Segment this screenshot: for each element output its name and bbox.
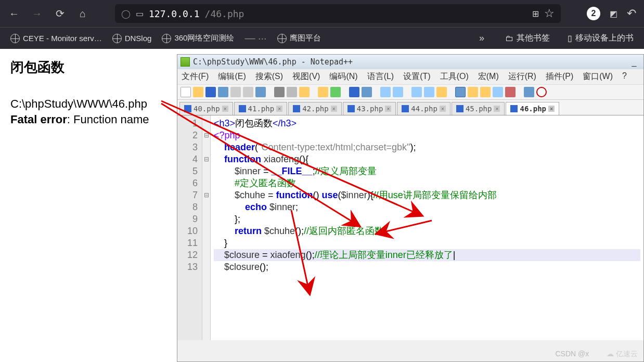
paste-icon[interactable] [299,87,310,97]
forward-button[interactable]: → [31,7,43,20]
menu-item[interactable]: 设置(T) [403,71,430,82]
code-line[interactable]: $closure(); [214,261,640,273]
wrap-icon[interactable] [436,87,447,97]
code-line[interactable]: <?php [214,130,640,141]
func-list-icon[interactable] [468,87,478,97]
editor-tab[interactable]: 46.php× [506,102,559,115]
watermark: CSDN @x ☁ 亿速云 [555,350,638,359]
print-icon[interactable] [255,87,266,97]
minimize-button[interactable]: _ [628,57,640,67]
overflow-chevron-icon[interactable]: » [479,33,484,44]
monitor-icon[interactable] [505,87,516,97]
back-button[interactable]: ← [8,7,20,20]
code-line[interactable]: return $chuhe();//返回内部匿名函数 [214,225,640,237]
code-line[interactable]: #定义匿名函数 [214,177,640,189]
editor-tab[interactable]: 45.php× [452,102,505,115]
globe-icon [10,34,20,43]
bookmark-star-icon[interactable]: ☆ [544,7,555,20]
sync-v-icon[interactable] [411,87,422,97]
find-icon[interactable] [349,87,359,97]
copy-icon[interactable] [287,87,297,97]
undo-icon[interactable] [318,87,328,97]
menu-item[interactable]: 运行(R) [508,71,536,82]
replace-icon[interactable] [362,87,372,97]
bookmark-ceye[interactable]: CEYE - Monitor serv… [10,34,102,43]
menu-item[interactable]: 编码(N) [329,71,357,82]
open-file-icon[interactable] [193,87,203,97]
code-line[interactable]: header("Content-type:text/html;charset=g… [214,141,640,153]
zoom-out-icon[interactable] [393,87,403,97]
code-line[interactable]: }; [214,213,640,225]
page-content: 闭包函数 C:\phpStudy\WWW\46.php Fatal error:… [0,49,644,362]
code-line[interactable]: $chuhe = function() use($inner){//用use讲局… [214,189,640,201]
nav-buttons: ← → ⟳ ⌂ [8,7,89,20]
menu-item[interactable]: 搜索(S) [255,71,283,82]
indent-icon[interactable] [455,87,466,97]
disk-icon [239,105,246,112]
tab-close-icon[interactable]: × [548,106,555,112]
record-icon[interactable] [536,87,547,97]
code-line[interactable]: } [214,237,640,249]
editor-tab[interactable]: 44.php× [397,102,450,115]
tab-close-icon[interactable]: × [222,106,228,112]
npp-title-text: C:\phpStudy\WWW\46.php - Notepad++ [193,57,353,67]
menu-item[interactable]: 窗口(W) [583,71,613,82]
code-line[interactable]: function xiaofeng(){ [214,153,640,165]
code-line[interactable]: echo $inner; [214,201,640,213]
code-editor[interactable]: 12345678910111213 ⊟⊟⊟ <h3>闭包函数</h3><?php… [177,115,643,340]
tab-close-icon[interactable]: × [331,106,337,112]
reload-button[interactable]: ⟳ [54,7,66,20]
sync-h-icon[interactable] [424,87,434,97]
menu-item[interactable]: 工具(O) [440,71,469,82]
globe-icon [277,34,287,43]
tab-close-icon[interactable]: × [494,106,500,112]
bookmarks-bar: CEYE - Monitor serv… DNSlog 360网络空间测绘 — … [0,27,644,49]
other-bookmarks-folder[interactable]: 🗀其他书签 [505,33,550,44]
cut-icon[interactable] [274,87,285,97]
bookmark-dnslog[interactable]: DNSlog [112,34,152,43]
menu-item[interactable]: 视图(V) [292,71,320,82]
bookmark-360[interactable]: 360网络空间测绘 [162,33,234,43]
show-all-icon[interactable] [524,87,534,97]
editor-tab[interactable]: 40.php× [179,102,233,115]
line-numbers: 12345678910111213 [177,115,202,340]
editor-tab[interactable]: 41.php× [234,102,288,115]
qr-icon[interactable]: ⊞ [532,9,539,19]
crop-icon[interactable]: ◩ [610,9,617,19]
disk-icon [510,105,518,112]
globe-icon [112,34,122,43]
close-icon[interactable] [230,87,241,97]
code-line[interactable]: $inner = __FILE__;//定义局部变量 [214,165,640,177]
code-content[interactable]: <h3>闭包函数</h3><?php header("Content-type:… [211,115,643,340]
menu-item[interactable]: 编辑(E) [218,71,246,82]
revert-icon[interactable]: ↶ [627,7,636,20]
zoom-in-icon[interactable] [380,87,391,97]
tab-close-icon[interactable]: × [440,106,446,112]
folder-icon[interactable] [480,87,491,97]
save-all-icon[interactable] [218,87,228,97]
mobile-bookmarks[interactable]: ▯移动设备上的书 [568,33,634,44]
close-all-icon[interactable] [243,87,253,97]
home-button[interactable]: ⌂ [76,7,89,20]
address-bar[interactable]: ◯ ▭ 127.0.0.1/46.php ⊞ ☆ [115,4,561,23]
npp-titlebar[interactable]: C:\phpStudy\WWW\46.php - Notepad++ _ [177,55,643,69]
code-line[interactable]: $closure = xiaofeng();//理论上局部变量inner已经释放… [214,249,640,261]
save-icon[interactable] [205,87,216,97]
code-line[interactable]: <h3>闭包函数</h3> [214,118,640,130]
menu-item[interactable]: 语言(L) [367,71,394,82]
menu-item[interactable]: ? [622,71,627,82]
doc-map-icon[interactable] [493,87,503,97]
tab-close-icon[interactable]: × [385,106,391,112]
tab-close-icon[interactable]: × [276,106,282,112]
account-badge[interactable]: 2 [587,7,600,20]
editor-tab[interactable]: 43.php× [343,102,396,115]
new-file-icon[interactable] [181,87,191,97]
editor-tab[interactable]: 42.php× [288,102,342,115]
menu-item[interactable]: 文件(F) [182,71,209,82]
fold-column[interactable]: ⊟⊟⊟ [202,115,211,340]
menu-item[interactable]: 插件(P) [546,71,573,82]
menu-item[interactable]: 宏(M) [478,71,499,82]
redo-icon[interactable] [330,87,341,97]
separator: — ··· [244,32,266,44]
bookmark-yingtu[interactable]: 鹰图平台 [277,33,321,43]
